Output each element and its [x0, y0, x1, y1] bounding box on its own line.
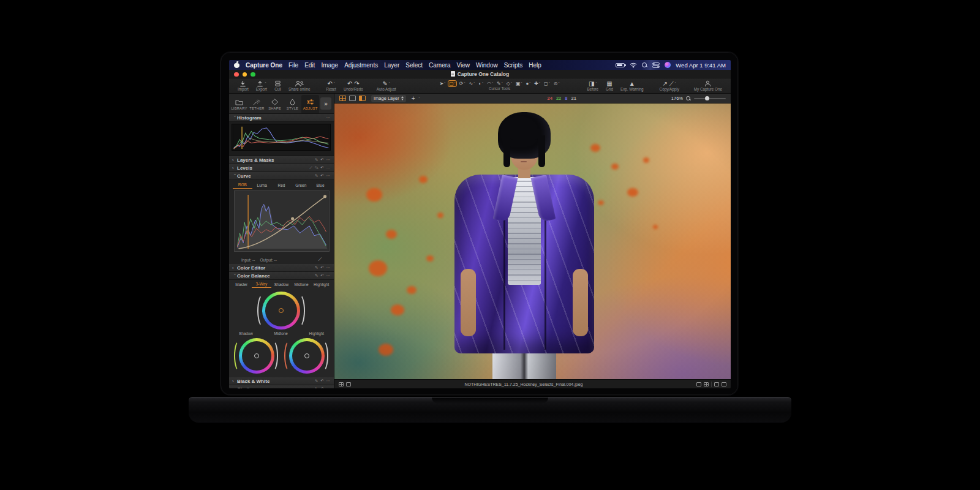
heal-tool[interactable]: ✚ˇ: [533, 81, 541, 86]
zoom-slider-knob[interactable]: [705, 96, 709, 100]
midtone-right-slider[interactable]: [293, 293, 305, 328]
rotate-tool[interactable]: ⟳ˇ: [459, 81, 466, 86]
draw-mask-tool[interactable]: ✎ˇ: [496, 81, 503, 86]
copy-apply-button[interactable]: ↗ ⟋ˇ Copy/Apply: [656, 78, 683, 93]
menu-app-name[interactable]: Capture One: [246, 62, 282, 69]
panel-actions-icons[interactable]: ✎ ↶ ⋯: [315, 386, 331, 388]
straighten-tool[interactable]: ∿ˇ: [469, 81, 476, 86]
spotlight-search-icon[interactable]: [642, 62, 647, 68]
undo-redo-button[interactable]: ↶ ↷ Undo/Redo: [340, 78, 367, 93]
spot-removal-tool[interactable]: ⊙ˇ: [553, 81, 560, 86]
menu-help[interactable]: Help: [529, 62, 541, 69]
export-button[interactable]: ˇ Export: [252, 78, 271, 93]
zoom-slider[interactable]: [694, 98, 726, 99]
panel-header-clarity[interactable]: › Clarity ✎ ↶ ⋯: [229, 385, 334, 388]
highlight-wheel-handle[interactable]: [304, 353, 309, 358]
cb-tab-midtone[interactable]: Midtone: [292, 282, 312, 288]
menu-file[interactable]: File: [288, 62, 298, 69]
menu-window[interactable]: Window: [476, 62, 498, 69]
tab-style[interactable]: STYLE: [284, 95, 301, 113]
cb-tab-master[interactable]: Master: [232, 282, 252, 288]
view-mode-icon[interactable]: [696, 382, 701, 386]
shadow-wheel-handle[interactable]: [254, 353, 259, 358]
menu-view[interactable]: View: [457, 62, 470, 69]
menu-edit[interactable]: Edit: [304, 62, 315, 69]
gradient-mask-tool[interactable]: ▣ˇ: [515, 81, 523, 86]
curve-tab-luma[interactable]: Luma: [252, 183, 272, 189]
panel-actions-icons[interactable]: ✎ ↶ ⋯: [315, 379, 331, 383]
menu-camera[interactable]: Camera: [429, 62, 451, 69]
zoom-level-value[interactable]: 176%: [671, 96, 683, 101]
battery-icon[interactable]: [616, 63, 625, 67]
reset-button[interactable]: ↶ˇ Reset: [322, 78, 339, 93]
clone-tool[interactable]: ◻ˇ: [543, 81, 551, 86]
sidebar-expand-button[interactable]: »: [320, 97, 331, 110]
menu-adjustments[interactable]: Adjustments: [344, 62, 378, 69]
panel-header-histogram[interactable]: › Histogram ⋯: [229, 114, 334, 122]
curve-tab-green[interactable]: Green: [291, 183, 311, 189]
menu-layer[interactable]: Layer: [384, 62, 399, 69]
tab-shape[interactable]: SHAPE: [266, 95, 284, 113]
panel-header-layers-masks[interactable]: › Layers & Masks ✎ ↶ ⋯: [229, 156, 334, 164]
panel-header-curve[interactable]: › Curve ✎ ↶ ⋯: [229, 172, 334, 180]
panel-header-color-balance[interactable]: › Color Balance ✎ ↶ ⋯: [229, 272, 334, 280]
curve-picker-icon[interactable]: ⟋: [318, 257, 322, 263]
fullscreen-icon[interactable]: [722, 382, 726, 386]
grid-button[interactable]: ▦ Grid: [602, 78, 617, 93]
add-layer-button[interactable]: +: [412, 95, 415, 102]
browser-grid-icon[interactable]: [339, 382, 344, 386]
single-view-icon[interactable]: [349, 96, 356, 101]
thumbnails-icon[interactable]: [704, 382, 709, 386]
highlight-right-slider[interactable]: [317, 340, 328, 372]
menu-select[interactable]: Select: [405, 62, 423, 69]
radial-mask-tool[interactable]: ●ˇ: [526, 81, 532, 86]
curve-graph[interactable]: [234, 190, 330, 252]
panel-actions-icons[interactable]: ⋯: [326, 115, 331, 120]
crop-tool[interactable]: ▢ˇ: [448, 81, 456, 86]
multi-view-icon[interactable]: [339, 96, 346, 101]
compare-view-icon[interactable]: [359, 96, 366, 101]
cull-button[interactable]: Cull: [271, 78, 285, 93]
menubar-clock[interactable]: Wed Apr 1 9:41 AM: [676, 62, 726, 69]
browser-list-icon[interactable]: [346, 382, 351, 386]
import-button[interactable]: Import: [234, 78, 252, 93]
cb-tab-3way[interactable]: 3-Way: [252, 282, 272, 288]
curve-tab-rgb[interactable]: RGB: [233, 183, 252, 189]
siri-icon[interactable]: [665, 62, 671, 68]
close-window-button[interactable]: [234, 72, 239, 77]
erase-mask-tool[interactable]: ◇ˇ: [506, 81, 513, 86]
menu-scripts[interactable]: Scripts: [504, 62, 523, 69]
shadow-right-slider[interactable]: [267, 340, 278, 372]
exposure-warning-button[interactable]: ▲ Exp. Warning: [617, 78, 647, 93]
tab-adjust[interactable]: ADJUST: [301, 95, 319, 113]
share-online-button[interactable]: Share online: [285, 78, 314, 93]
zoom-window-button[interactable]: [251, 72, 255, 77]
curve-tab-blue[interactable]: Blue: [311, 183, 330, 189]
pan-tool[interactable]: ◠ˇ: [486, 81, 494, 86]
tab-library[interactable]: LIBRARY: [230, 95, 248, 113]
panel-actions-icons[interactable]: ✎ ↶ ⋯: [315, 265, 331, 270]
proof-view-icon[interactable]: [714, 382, 719, 386]
layer-dropdown[interactable]: Image Layer: [371, 95, 406, 102]
minimize-window-button[interactable]: [243, 72, 247, 77]
cb-tab-highlight[interactable]: Highlight: [311, 282, 331, 288]
wifi-icon[interactable]: [630, 62, 637, 68]
photo-canvas[interactable]: [334, 104, 731, 379]
before-button[interactable]: ◨ˇ Before: [584, 78, 603, 93]
my-capture-one-button[interactable]: My Capture One: [690, 78, 726, 93]
overlay-tool[interactable]: ◐ˇ: [478, 81, 484, 86]
auto-adjust-button[interactable]: ✎ˇ Auto Adjust: [373, 78, 400, 93]
cb-tab-shadow[interactable]: Shadow: [271, 282, 292, 288]
panel-actions-icons[interactable]: ✎ ↶ ⋯: [315, 273, 331, 278]
panel-header-black-white[interactable]: › Black & White ✎ ↶ ⋯: [229, 377, 334, 385]
panel-header-levels[interactable]: › Levels ⟋ ✎ ↶ ⋯: [229, 164, 334, 172]
panel-actions-icons[interactable]: ✎ ↶ ⋯: [315, 173, 331, 178]
panel-actions-icons[interactable]: ⟋ ✎ ↶ ⋯: [309, 165, 331, 170]
curve-tab-red[interactable]: Red: [272, 183, 292, 189]
menu-image[interactable]: Image: [321, 62, 338, 69]
midtone-wheel-handle[interactable]: [279, 308, 284, 313]
control-center-icon[interactable]: [652, 62, 660, 68]
panel-actions-icons[interactable]: ✎ ↶ ⋯: [315, 157, 331, 162]
panel-header-color-editor[interactable]: › Color Editor ✎ ↶ ⋯: [229, 264, 334, 272]
tab-tether[interactable]: TETHER: [248, 95, 266, 113]
